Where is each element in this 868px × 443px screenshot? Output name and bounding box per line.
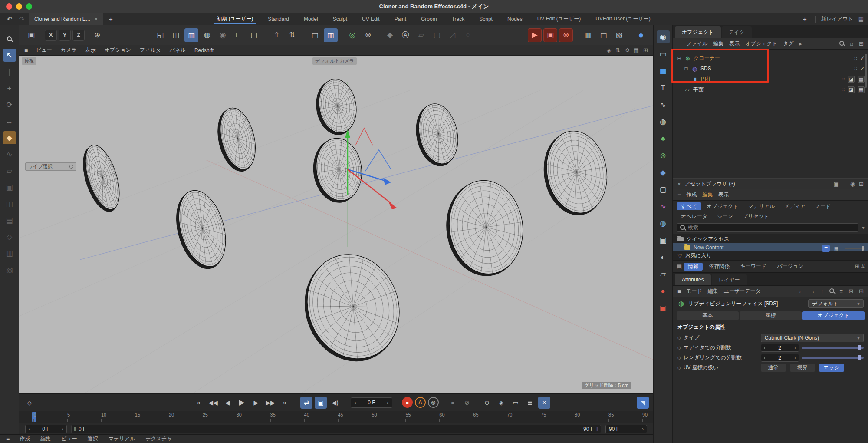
- ab-panel-icon[interactable]: ⊞: [859, 181, 864, 187]
- mograph-gear-icon[interactable]: ⊛: [657, 149, 670, 162]
- redshift-sphere-icon[interactable]: ●: [657, 284, 670, 298]
- ab-menu-item-0[interactable]: 作成: [686, 191, 697, 198]
- prev-frame-button[interactable]: ◀: [221, 397, 233, 409]
- solo-mode-icon[interactable]: ▢: [247, 28, 261, 42]
- plant-icon[interactable]: ♣: [657, 132, 670, 145]
- layout-tab-3[interactable]: Sculpt: [326, 13, 355, 25]
- viewport-menu-icon[interactable]: ≡: [24, 47, 27, 54]
- search-input[interactable]: [688, 225, 855, 231]
- new-tab-button[interactable]: +: [105, 15, 116, 23]
- menu-options[interactable]: オプション: [105, 46, 131, 54]
- render-camera-icon[interactable]: ▣: [657, 301, 670, 314]
- menu-camera[interactable]: カメラ: [61, 46, 77, 54]
- close-window-button[interactable]: [6, 3, 12, 10]
- ab-image-icon[interactable]: ▣: [834, 181, 839, 187]
- camera-icon[interactable]: ▣: [657, 234, 670, 247]
- tree-item-sds[interactable]: ⊟ ◍ SDS ∷ ✓: [673, 63, 868, 74]
- range-right-handle[interactable]: ‖: [596, 426, 598, 432]
- lattice-icon[interactable]: ◍: [657, 115, 670, 128]
- render-subdiv-slider[interactable]: [802, 354, 864, 362]
- layer-dots-icon[interactable]: ∷: [854, 66, 857, 72]
- scale-tool-icon[interactable]: ↔: [3, 115, 16, 128]
- phong-tag-icon[interactable]: ▦: [858, 76, 865, 83]
- field-icon[interactable]: ▤: [3, 214, 16, 227]
- info-tab-2[interactable]: キーワード: [736, 263, 771, 271]
- key-point-icon[interactable]: ●: [447, 397, 459, 409]
- range-slider[interactable]: ‖ 0 F 90 F ‖: [71, 425, 601, 433]
- timeline-corner-button[interactable]: ◥: [637, 397, 649, 409]
- layout-b-icon[interactable]: ▤: [597, 28, 611, 42]
- attr-menu-userdata[interactable]: ユーザーデータ: [724, 288, 761, 295]
- enabled-check-icon[interactable]: ✓: [860, 55, 865, 61]
- layout-grid-icon[interactable]: ▦: [858, 16, 864, 22]
- range-left-handle[interactable]: ‖: [74, 426, 76, 432]
- maximize-icon[interactable]: ⊞: [643, 47, 648, 53]
- generator-icon[interactable]: ▣: [3, 181, 16, 194]
- range-start-field[interactable]: ‹ 0 F ›: [25, 425, 67, 433]
- layout-tab-1[interactable]: Standard: [260, 13, 296, 25]
- info-tab-3[interactable]: バージョン: [773, 263, 808, 271]
- menu-view[interactable]: ビュー: [36, 46, 52, 54]
- material-icon[interactable]: ▱: [657, 268, 670, 281]
- om-search-icon[interactable]: [839, 40, 844, 47]
- autokey-button[interactable]: A: [415, 397, 426, 408]
- light-icon[interactable]: ◐: [657, 251, 670, 264]
- key-forbid-icon[interactable]: ⊘: [461, 397, 473, 409]
- grid-view-icon[interactable]: ▦: [832, 245, 840, 252]
- om-panel-icon[interactable]: ⊞: [859, 40, 864, 47]
- close-tab-icon[interactable]: ×: [95, 16, 98, 22]
- om-menu-edit[interactable]: 編集: [713, 40, 723, 47]
- keying-settings-button[interactable]: ⊛: [428, 397, 439, 408]
- current-frame-field[interactable]: ‹ 0 F ›: [351, 397, 392, 408]
- layout-tab-6[interactable]: Groom: [414, 13, 444, 25]
- tree-item-plane[interactable]: ▱ 平面 ∷ ◪ ▦: [673, 84, 868, 95]
- live-selection-tool-icon[interactable]: ↖: [3, 49, 16, 62]
- enabled-check-icon[interactable]: ✓: [860, 66, 865, 72]
- menu-more-icon[interactable]: ▸: [799, 40, 802, 47]
- om-home-icon[interactable]: ⌂: [850, 40, 853, 47]
- play-button[interactable]: ▶: [236, 397, 248, 409]
- rectangle-icon[interactable]: ▭: [657, 47, 670, 60]
- uv-option-edge[interactable]: エッジ: [819, 364, 844, 372]
- type-dropdown[interactable]: Catmull-Clark (N-Gons) ▾: [761, 334, 864, 342]
- viewport-canvas[interactable]: 透視 デフォルトカメラ ライブ選択 グリッド間隔：5 cm: [19, 56, 653, 393]
- asset-search-box[interactable]: [677, 223, 858, 232]
- expand-icon[interactable]: ⊟: [684, 66, 689, 72]
- tool4-icon[interactable]: ◌: [461, 28, 475, 42]
- om-menu-view[interactable]: 表示: [729, 40, 740, 47]
- deformer-wave-icon[interactable]: ∿: [657, 200, 670, 213]
- tool3-icon[interactable]: ◿: [445, 28, 459, 42]
- key-pla-icon[interactable]: ×: [538, 397, 550, 409]
- sculpt-panel-icon[interactable]: ◉: [657, 30, 670, 43]
- tab-layers[interactable]: レイヤー: [712, 274, 747, 285]
- attr-filter-icon[interactable]: ≡: [840, 288, 843, 294]
- next-key-button[interactable]: ▶▶: [264, 397, 276, 409]
- menu-panel[interactable]: パネル: [170, 46, 186, 54]
- om-menu-object[interactable]: オブジェクト: [745, 40, 777, 47]
- hash-icon[interactable]: #: [861, 263, 865, 270]
- frame-increment-icon[interactable]: ›: [387, 400, 388, 406]
- attr-page-tab-0[interactable]: 基本: [677, 311, 739, 320]
- asset-filter-0[interactable]: すべて: [677, 202, 701, 210]
- bottom-menu-item-1[interactable]: 編集: [40, 435, 51, 443]
- record-button[interactable]: ●: [402, 397, 413, 408]
- uv-option-normal[interactable]: 通常: [761, 364, 786, 372]
- menu-filter[interactable]: フィルタ: [140, 46, 161, 54]
- goto-end-button[interactable]: »: [279, 397, 291, 409]
- bottom-menu-item-0[interactable]: 作成: [20, 435, 30, 443]
- range-end-inc-icon[interactable]: ›: [642, 426, 644, 432]
- axis-y-button[interactable]: Y: [59, 30, 71, 41]
- zoom-window-button[interactable]: [26, 3, 32, 10]
- spline-icon[interactable]: ∿: [657, 98, 670, 111]
- pen-tool-icon[interactable]: ◆: [3, 131, 16, 144]
- layout-tab-2[interactable]: Model: [296, 13, 326, 25]
- attr-page-tab-2[interactable]: オブジェクト: [802, 311, 865, 320]
- thumbnail-size-slider[interactable]: [845, 248, 865, 249]
- redshift-ball-icon[interactable]: ●: [634, 28, 648, 42]
- layout-tab-8[interactable]: Script: [472, 13, 500, 25]
- layout-a-icon[interactable]: ▥: [581, 28, 595, 42]
- sound-icon[interactable]: ◀): [329, 397, 341, 409]
- bottom-menu-item-4[interactable]: マテリアル: [108, 435, 135, 443]
- attr-menu-mode[interactable]: モード: [686, 288, 702, 295]
- uv-option-boundary[interactable]: 境界: [790, 364, 815, 372]
